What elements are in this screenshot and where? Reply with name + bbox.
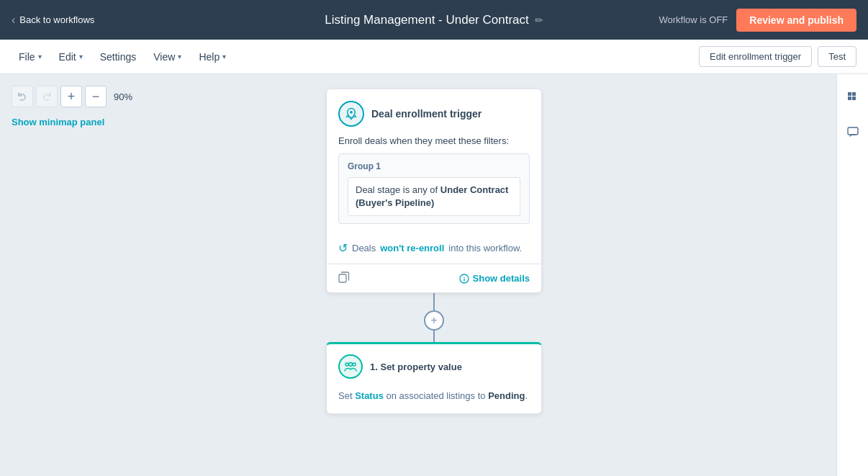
workflow-status: Workflow is OFF [659, 14, 728, 25]
deal-enrollment-icon [338, 101, 364, 127]
filter-middle: is any of [403, 184, 440, 195]
action-body-value: Pending [488, 390, 525, 401]
action-body-prefix: Set [338, 390, 353, 401]
back-label: Back to workflows [19, 14, 94, 25]
action-status-link[interactable]: Status [355, 390, 384, 401]
workflow-title-area: Listing Management - Under Contract ✏ [325, 13, 543, 27]
file-label: File [19, 51, 35, 63]
header: ‹ Back to workflows Listing Management -… [0, 0, 868, 40]
svg-point-5 [349, 363, 353, 367]
settings-menu[interactable]: Settings [93, 47, 144, 67]
group-label: Group 1 [348, 161, 520, 171]
canvas-controls: + − 90% Show minimap panel [12, 86, 137, 127]
svg-point-3 [464, 277, 464, 277]
toolbar: File ▾ Edit ▾ Settings View ▾ Help ▾ Edi… [0, 40, 868, 74]
action-card[interactable]: 1. Set property value Set Status on asso… [326, 342, 542, 414]
view-chevron-icon: ▾ [178, 53, 181, 60]
reenroll-link[interactable]: won't re-enroll [380, 243, 444, 253]
redo-button[interactable] [36, 86, 58, 107]
file-chevron-icon: ▾ [38, 53, 42, 60]
workflow-title: Listing Management - Under Contract [325, 13, 528, 27]
show-minimap-link[interactable]: Show minimap panel [12, 117, 104, 127]
edit-chevron-icon: ▾ [79, 53, 83, 60]
canvas: + − 90% Show minimap panel Deal enrollme… [0, 74, 868, 476]
connector-line-top [433, 293, 435, 310]
workflow-area: Deal enrollment trigger Enroll deals whe… [0, 74, 868, 476]
action-title: 1. Set property value [370, 362, 462, 372]
trigger-card-body: Enroll deals when they meet these filter… [327, 135, 541, 233]
help-chevron-icon: ▾ [222, 53, 226, 60]
view-label: View [153, 51, 175, 63]
add-step-button[interactable]: + [424, 310, 444, 331]
zoom-in-button[interactable]: + [60, 86, 82, 107]
help-menu[interactable]: Help ▾ [191, 47, 233, 67]
show-details-button[interactable]: Show details [459, 273, 530, 284]
chevron-left-icon: ‹ [12, 14, 15, 27]
svg-rect-12 [848, 127, 858, 135]
copy-icon[interactable] [338, 271, 350, 285]
svg-point-6 [345, 363, 348, 366]
filter-prefix: Deal stage [356, 184, 400, 195]
svg-rect-8 [848, 92, 851, 96]
reenroll-prefix: Deals [352, 243, 376, 253]
right-sidebar [836, 74, 868, 476]
file-menu[interactable]: File ▾ [12, 47, 49, 67]
svg-rect-1 [339, 274, 346, 282]
svg-point-7 [353, 363, 356, 366]
zoom-controls: + − 90% [12, 86, 137, 107]
connector-line-bottom [433, 331, 435, 342]
svg-rect-11 [852, 96, 856, 100]
edit-label: Edit [59, 51, 76, 63]
zoom-out-button[interactable]: − [85, 86, 107, 107]
trigger-title: Deal enrollment trigger [371, 108, 482, 120]
set-property-icon [338, 354, 363, 379]
zoom-level: 90% [109, 91, 137, 102]
edit-title-icon[interactable]: ✏ [535, 14, 543, 26]
action-body-middle: on associated listings to [386, 390, 486, 401]
filter-condition: Deal stage is any of Under Contract (Buy… [348, 177, 520, 216]
svg-rect-10 [848, 96, 851, 100]
enroll-text: Enroll deals when they meet these filter… [338, 135, 530, 146]
action-number: 1. [370, 362, 378, 372]
help-label: Help [199, 51, 220, 63]
reenroll-section: ↺ Deals won't re-enroll into this workfl… [327, 233, 541, 264]
action-title-text: Set property value [380, 362, 461, 372]
reenroll-icon: ↺ [338, 241, 348, 255]
trigger-card[interactable]: Deal enrollment trigger Enroll deals whe… [326, 89, 542, 293]
trigger-card-footer: Show details [327, 264, 541, 292]
svg-rect-9 [852, 92, 856, 96]
chat-icon-button[interactable] [841, 120, 864, 143]
filter-group: Group 1 Deal stage is any of Under Contr… [338, 153, 530, 224]
settings-label: Settings [100, 51, 137, 63]
show-details-label: Show details [473, 273, 530, 284]
svg-point-0 [350, 111, 353, 114]
view-menu[interactable]: View ▾ [146, 47, 189, 67]
edit-enrollment-trigger-button[interactable]: Edit enrollment trigger [699, 46, 812, 67]
action-card-body: Set Status on associated listings to Pen… [327, 386, 541, 413]
grid-icon-button[interactable] [841, 86, 864, 109]
toolbar-actions: Edit enrollment trigger Test [699, 46, 856, 67]
header-right: Workflow is OFF Review and publish [659, 9, 856, 32]
test-button[interactable]: Test [818, 46, 856, 67]
back-to-workflows[interactable]: ‹ Back to workflows [12, 14, 94, 27]
action-card-header: 1. Set property value [327, 344, 541, 386]
toolbar-menus: File ▾ Edit ▾ Settings View ▾ Help ▾ [12, 47, 233, 67]
connector: + [424, 293, 444, 342]
undo-button[interactable] [12, 86, 33, 107]
review-publish-button[interactable]: Review and publish [736, 9, 856, 32]
edit-menu[interactable]: Edit ▾ [52, 47, 90, 67]
action-body-suffix: . [525, 390, 528, 401]
reenroll-suffix: into this workflow. [448, 243, 522, 253]
trigger-card-header: Deal enrollment trigger [327, 89, 541, 135]
